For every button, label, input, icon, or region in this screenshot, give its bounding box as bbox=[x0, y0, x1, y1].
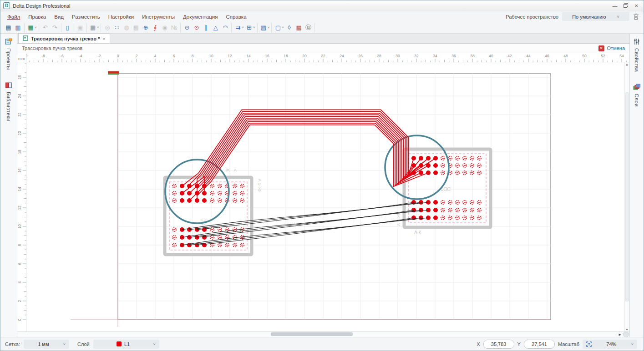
target-icon[interactable]: ⊕ bbox=[141, 23, 150, 32]
sheet-stack-icon[interactable]: ▤ bbox=[131, 23, 141, 32]
window-title: Delta Design Professional bbox=[13, 3, 71, 9]
cancel-x-icon[interactable]: ✕ bbox=[598, 45, 604, 51]
svg-text:-4: -4 bbox=[79, 54, 82, 58]
ruler-unit-label: mm bbox=[17, 53, 26, 62]
pad-matrix-icon[interactable]: ∷ bbox=[112, 23, 122, 32]
horizontal-scrollbar[interactable]: ▶ bbox=[17, 331, 629, 337]
chevron-down-icon: ˅ bbox=[63, 342, 66, 346]
save-all-icon[interactable]: ▥ bbox=[13, 23, 23, 32]
layer-select[interactable]: L1 ˅ bbox=[93, 340, 159, 349]
close-button[interactable]: × bbox=[634, 3, 638, 9]
net-label-icon[interactable]: № bbox=[169, 23, 179, 32]
chevron-down-icon[interactable]: ˅ bbox=[268, 25, 270, 30]
menu-item-7[interactable]: Справка bbox=[222, 13, 250, 21]
chevron-down-icon[interactable]: ˅ bbox=[97, 25, 99, 30]
libraries-icon bbox=[5, 82, 12, 90]
via-icon[interactable]: ◉ bbox=[160, 23, 169, 32]
zoom-area-icon[interactable]: ⊙ bbox=[192, 23, 201, 32]
app-window: D Delta Design Professional — × ФайлПрав… bbox=[0, 0, 644, 351]
sheet-grid-icon[interactable]: ▦ bbox=[26, 23, 35, 32]
scroll-up-icon[interactable]: ▲ bbox=[625, 63, 629, 66]
text-frame-icon[interactable]: ⓐ bbox=[304, 23, 313, 32]
x-coordinate-label: X bbox=[477, 341, 480, 347]
layer-label: Слой bbox=[77, 341, 90, 347]
svg-text:12: 12 bbox=[228, 54, 232, 58]
measure-icon[interactable]: ∥ bbox=[201, 23, 211, 32]
main-toolbar: ▤▥▦˅↶↷▯▣▦˅◎∷◍▤⊕∮◉№⊙⊙∥△◠⇉˅⊞˅▨˅▢˅◊▩ⓐ bbox=[0, 22, 644, 34]
y-coordinate-label: Y bbox=[517, 341, 521, 347]
svg-text:28: 28 bbox=[377, 54, 381, 58]
operation-status-text: Трассировка пучка треков bbox=[22, 45, 82, 51]
save-icon[interactable]: ▤ bbox=[4, 23, 13, 32]
pin-table-icon[interactable]: ▦ bbox=[88, 23, 98, 32]
teardrop-icon[interactable]: ◊ bbox=[284, 23, 294, 32]
chevron-down-icon[interactable]: ˅ bbox=[242, 25, 244, 30]
undo-icon[interactable]: ↶ bbox=[41, 23, 50, 32]
fanout-icon[interactable]: ⇉ bbox=[233, 23, 243, 32]
projects-icon bbox=[5, 38, 12, 46]
triangle-icon[interactable]: △ bbox=[211, 23, 220, 32]
vertical-scroll-thumb[interactable] bbox=[625, 92, 629, 301]
menu-item-3[interactable]: Разместить bbox=[68, 13, 104, 21]
menu-item-5[interactable]: Инструменты bbox=[138, 13, 179, 21]
svg-text:6: 6 bbox=[17, 262, 22, 265]
redo-icon[interactable]: ↷ bbox=[50, 23, 60, 32]
workspace-select[interactable]: По умолчанию ˅ bbox=[562, 12, 629, 21]
svg-text:2: 2 bbox=[17, 300, 22, 302]
scroll-down-icon[interactable]: ▼ bbox=[625, 328, 629, 331]
pad-icon[interactable]: ◎ bbox=[102, 23, 112, 32]
color-mask-icon[interactable]: ▩ bbox=[294, 23, 304, 32]
minimize-button[interactable]: — bbox=[612, 3, 617, 9]
svg-text:-8: -8 bbox=[41, 54, 45, 58]
align-grid-icon[interactable]: ▣ bbox=[76, 23, 85, 32]
select-area-icon[interactable]: ▢ bbox=[273, 23, 283, 32]
svg-text:Ж А: Ж А bbox=[226, 167, 238, 172]
y-coordinate-value[interactable]: 27,541 bbox=[524, 340, 555, 349]
arc-icon[interactable]: ◠ bbox=[220, 23, 230, 32]
scale-select[interactable]: 74% ˅ bbox=[583, 340, 637, 349]
tab-close-icon[interactable]: × bbox=[102, 36, 105, 41]
panel-tab-projects[interactable]: Проекты bbox=[5, 38, 12, 70]
vertical-scrollbar[interactable]: ▲ ▼ bbox=[624, 62, 629, 331]
chevron-down-icon: ˅ bbox=[617, 15, 619, 19]
status-bar: Сетка: 1 мм ˅ Слой L1 ˅ X 35,783 Y 27,54… bbox=[0, 337, 644, 351]
tab-bundle-routing[interactable]: Трассировка пучка треков * × bbox=[18, 33, 110, 43]
menu-item-2[interactable]: Вид bbox=[50, 13, 68, 21]
scroll-right-icon[interactable]: ▶ bbox=[619, 333, 621, 336]
menu-item-1[interactable]: Правка bbox=[24, 13, 50, 21]
signal-route-icon[interactable]: ∮ bbox=[150, 23, 160, 32]
svg-text:24: 24 bbox=[17, 94, 22, 98]
svg-text:4: 4 bbox=[17, 281, 22, 283]
grid-select[interactable]: 1 мм ˅ bbox=[24, 340, 69, 349]
chevron-down-icon: ˅ bbox=[631, 342, 634, 346]
pan-knob[interactable] bbox=[623, 331, 629, 337]
svg-text:24: 24 bbox=[340, 54, 344, 58]
svg-text:34: 34 bbox=[433, 54, 437, 58]
chevron-down-icon[interactable]: ˅ bbox=[282, 25, 284, 30]
cancel-button[interactable]: Отмена bbox=[607, 45, 625, 51]
zoom-fit-icon bbox=[586, 341, 592, 347]
delete-workspace-button[interactable] bbox=[633, 13, 639, 20]
pcb-canvas[interactable]: Ж АА 1->9DD1DD2А.КА 1->9 bbox=[26, 62, 624, 331]
scale-label: Масштаб bbox=[558, 341, 579, 347]
panel-tab-libraries[interactable]: Библиотеки bbox=[5, 82, 12, 121]
chevron-down-icon[interactable]: ˅ bbox=[35, 25, 37, 30]
svg-text:36: 36 bbox=[451, 54, 456, 58]
grid-label: Сетка: bbox=[5, 341, 20, 347]
menu-item-4[interactable]: Настройки bbox=[104, 13, 138, 21]
zoom-icon[interactable]: ⊙ bbox=[182, 23, 192, 32]
menu-item-0[interactable]: Файл bbox=[3, 13, 24, 21]
bus-table-icon[interactable]: ⊞ bbox=[244, 23, 254, 32]
restore-button[interactable] bbox=[624, 3, 628, 9]
svg-text:14: 14 bbox=[246, 54, 251, 58]
svg-text:10: 10 bbox=[17, 224, 22, 229]
panel-tab-layers[interactable]: Слои bbox=[633, 84, 640, 107]
component-icon[interactable]: ▯ bbox=[63, 23, 72, 32]
horizontal-scroll-thumb[interactable] bbox=[271, 332, 353, 336]
panel-tab-properties[interactable]: Свойства bbox=[634, 38, 640, 72]
menu-item-6[interactable]: Документация bbox=[179, 13, 222, 21]
chevron-down-icon[interactable]: ˅ bbox=[253, 25, 255, 30]
sphere-icon[interactable]: ◍ bbox=[122, 23, 131, 32]
polygon-hatch-icon[interactable]: ▨ bbox=[259, 23, 269, 32]
x-coordinate-value[interactable]: 35,783 bbox=[483, 340, 514, 349]
